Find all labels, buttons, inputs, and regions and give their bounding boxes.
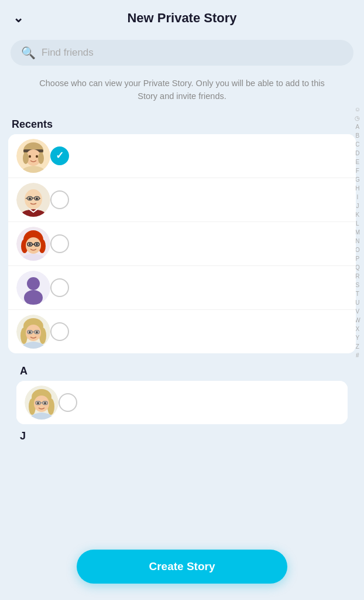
svg-point-49 [44,402,46,404]
search-placeholder: Find friends [42,47,94,59]
create-story-button[interactable]: Create Story [77,550,287,584]
svg-point-38 [29,331,31,333]
bottom-section: A [0,353,364,516]
recents-section-header: Recents [0,112,364,134]
friend-item-a1[interactable] [16,381,348,424]
alpha-emoji[interactable]: ☺ [353,105,362,114]
svg-point-7 [38,152,44,164]
alpha-a[interactable]: A [355,123,361,131]
select-circle-5[interactable] [50,322,69,341]
select-circle-a1[interactable] [59,393,77,412]
svg-point-28 [27,277,40,290]
friend-item-5[interactable] [8,310,356,353]
avatar-4 [16,271,50,305]
svg-point-11 [36,197,38,200]
avatar-1 [16,139,50,173]
avatar-2 [16,183,50,217]
select-circle-4[interactable] [50,278,69,297]
header: ⌄ New Private Story [0,0,364,34]
select-circle-3[interactable] [50,234,69,253]
page-title: New Private Story [127,11,236,26]
section-a-header: A [8,359,356,381]
svg-point-29 [24,290,43,305]
select-circle-2[interactable] [50,190,69,209]
friend-item-2[interactable] [8,178,356,222]
search-container: 🔍 Find friends [0,34,364,74]
svg-point-25 [29,243,31,246]
svg-point-4 [29,155,31,157]
back-chevron[interactable]: ⌄ [13,11,23,26]
avatar-5 [16,315,50,349]
svg-point-10 [29,197,31,200]
create-story-label: Create Story [149,560,215,573]
section-a-list [16,381,348,424]
svg-line-16 [39,198,40,199]
select-circle-1[interactable] [50,146,69,165]
friend-item-1[interactable] [8,134,356,178]
svg-line-15 [26,198,27,199]
alpha-i[interactable]: I [356,193,360,202]
search-icon: 🔍 [21,47,36,59]
friend-item-4[interactable] [8,266,356,310]
recents-list [8,134,356,353]
description-text: Choose who can view your Private Story. … [0,74,364,112]
svg-point-48 [37,402,39,404]
friend-item-3[interactable] [8,222,356,266]
svg-point-39 [36,331,38,333]
section-j-header: J [8,424,356,446]
alpha-clock[interactable]: ◷ [353,114,361,122]
avatar-3 [16,227,50,261]
svg-point-6 [23,152,29,164]
svg-point-26 [36,243,38,246]
avatar-a1 [25,386,59,420]
svg-point-5 [36,155,38,157]
search-bar[interactable]: 🔍 Find friends [11,40,353,66]
